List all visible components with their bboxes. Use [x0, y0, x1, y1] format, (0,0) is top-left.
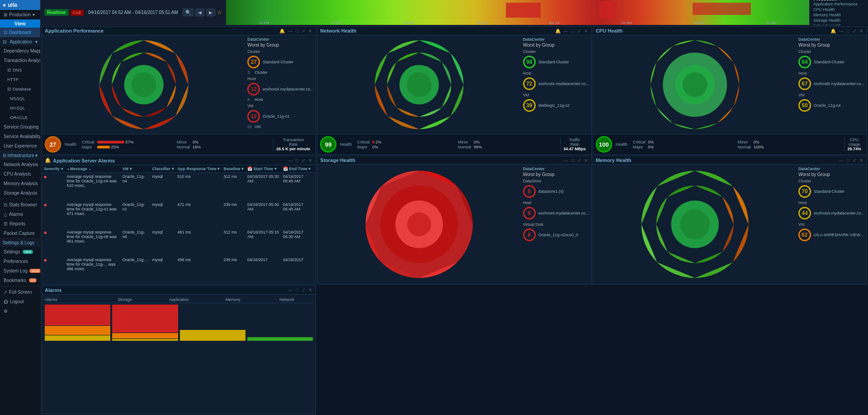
panel-alarm-btn[interactable]: 🔔: [278, 29, 286, 33]
storage-maximize-btn[interactable]: □: [571, 158, 575, 163]
cpu-minimize-btn[interactable]: —: [838, 29, 844, 33]
table-row[interactable]: ■ Average mysql response time for Oracle…: [42, 228, 316, 256]
table-row[interactable]: ■ Average mysql response time for Oracle…: [42, 173, 316, 200]
memory-close-btn[interactable]: ✕: [859, 158, 864, 163]
net-health-chart[interactable]: [317, 35, 521, 134]
forward-button[interactable]: ▶: [206, 9, 215, 16]
panel-memory-health: Memory Health — □ ⤢ ✕: [593, 156, 867, 284]
sidebar-section-settings[interactable]: Settings & Logs: [0, 238, 40, 247]
memory-fullscreen-btn[interactable]: ⤢: [852, 158, 857, 163]
panel-close-btn[interactable]: ✕: [307, 29, 313, 33]
memory-minimize-btn[interactable]: —: [838, 158, 844, 163]
sidebar-item-mssql[interactable]: MSSQL: [0, 94, 40, 103]
search-button[interactable]: 🔍: [183, 9, 193, 16]
panel-maximize-btn[interactable]: □: [295, 29, 299, 33]
legend-memory-health[interactable]: Memory Health: [813, 12, 864, 18]
sidebar-item-http[interactable]: HTTP: [0, 75, 40, 84]
col-baseline[interactable]: Baseline ▾: [222, 165, 245, 173]
logo-icon: ●: [3, 2, 6, 8]
storage-fullscreen-btn[interactable]: ⤢: [576, 158, 582, 163]
sidebar-item-storage-analysis[interactable]: Storage Analysis: [0, 188, 40, 198]
alarms-mini-maximize[interactable]: □: [295, 287, 299, 292]
alarm-table-maximize[interactable]: □: [295, 158, 299, 163]
sidebar-item-service-availability[interactable]: Service Availability: [0, 132, 40, 141]
cpu-health-chart[interactable]: [593, 35, 797, 134]
net-fullscreen-btn[interactable]: ⤢: [576, 29, 582, 33]
sidebar-item-settings[interactable]: Settings new: [0, 247, 40, 257]
col-classifier[interactable]: Classifier ▾: [151, 165, 176, 173]
table-row[interactable]: ■ Average mysql response time for Oracle…: [42, 256, 316, 284]
col-severity[interactable]: Severity ▾: [42, 165, 65, 173]
sidebar-item-dashboard[interactable]: ⊡ Dashboard: [0, 28, 40, 37]
sidebar-item-fullscreen[interactable]: ⤢ Full Screen: [0, 287, 40, 297]
sidebar-item-memory-analysis[interactable]: Memory Analysis: [0, 179, 40, 188]
sidebar-item-oracle[interactable]: ORACLE: [0, 113, 40, 122]
alarm-end: 04/16/2017 05:45 AM: [281, 200, 316, 228]
legend-app-perf[interactable]: Application Performance: [813, 1, 864, 7]
net-status-grid: Critical 2% Minor 0% Major 0% Normal 98%: [357, 140, 557, 149]
alarm-table-minimize[interactable]: —: [287, 158, 293, 163]
app-perf-chart[interactable]: [42, 35, 245, 134]
cpu-maximize-btn[interactable]: □: [846, 29, 850, 33]
panel-fullscreen-btn[interactable]: ⤢: [301, 29, 306, 33]
col-message[interactable]: ⬦ Message ▾: [65, 165, 121, 173]
alarm-table-fullscreen[interactable]: ⤢: [301, 158, 306, 163]
col-vm[interactable]: VM ▾: [121, 165, 151, 173]
sidebar-section-infrastructure[interactable]: ⊟ Infrastructure ▾: [0, 151, 40, 160]
alarms-mini-close[interactable]: ✕: [307, 287, 313, 292]
legend-cpu-health[interactable]: CPU Health: [813, 7, 864, 12]
sidebar-item-reports[interactable]: ☰ Reports: [0, 219, 40, 229]
cpu-close-btn[interactable]: ✕: [859, 29, 864, 33]
memory-health-chart[interactable]: [593, 165, 797, 284]
storage-health-chart[interactable]: [317, 165, 521, 284]
sidebar-item-stats-browser[interactable]: ⊡ Stats Browser: [0, 200, 40, 210]
alarm-bell-icon: 🔔: [45, 157, 51, 163]
sidebar-section-application[interactable]: ⊟ Application ▾: [0, 37, 40, 46]
memory-maximize-btn[interactable]: □: [846, 158, 850, 163]
cpu-fullscreen-btn[interactable]: ⤢: [852, 29, 857, 33]
panel-minimize-btn[interactable]: —: [287, 29, 293, 33]
sidebar-item-alarms[interactable]: △ Alarms: [0, 210, 40, 219]
sidebar-item-cpu-analysis[interactable]: CPU Analysis: [0, 169, 40, 179]
alarms-col-label: Alarms: [45, 297, 97, 302]
sidebar-item-dns[interactable]: ⊟ DNS: [0, 65, 40, 75]
sidebar-item-gear[interactable]: ⚙: [0, 306, 40, 316]
sidebar-item-transaction-analysis[interactable]: Transaction Analysis: [0, 56, 40, 65]
net-close-btn[interactable]: ✕: [583, 29, 589, 33]
back-button[interactable]: ◀: [195, 9, 204, 16]
alarms-mini-fullscreen[interactable]: ⤢: [301, 287, 306, 292]
storage-minimize-btn[interactable]: —: [563, 158, 569, 163]
sidebar-item-dependency-mapping[interactable]: Dependency Mapping: [0, 46, 40, 56]
alarms-mini-minimize[interactable]: —: [287, 287, 293, 292]
settings-section-label: Settings & Logs: [3, 240, 34, 245]
net-alarm-btn[interactable]: 🔔: [554, 29, 561, 33]
panel-memory-body: DataCenter Worst by Group Cluster 70 Sta…: [593, 165, 867, 284]
col-start-time[interactable]: 📅 Start Time ▾: [245, 165, 281, 173]
alarm-table-close[interactable]: ✕: [307, 158, 313, 163]
col-end-time[interactable]: 📅 End Time ▾: [281, 165, 316, 173]
legend-storage-health[interactable]: Storage Health: [813, 18, 864, 23]
alarm-classifier: mysql: [151, 200, 176, 228]
storage-close-btn[interactable]: ✕: [583, 158, 589, 163]
cpu-status-grid: Critical 0% Minor 0% Major 0% Normal 100…: [633, 140, 841, 149]
cpu-alarm-btn[interactable]: 🔔: [830, 29, 837, 33]
timeline[interactable]: 12 PM 03 PM 06 PM 09 PM Apr 16 03 AM 06 …: [226, 0, 809, 25]
table-row[interactable]: ■ Average mysql response time for Oracle…: [42, 200, 316, 228]
net-maximize-btn[interactable]: □: [571, 29, 575, 33]
col-app-response[interactable]: App Response Time ▾: [176, 165, 222, 173]
sidebar-item-packet-capture[interactable]: Packet Capture: [0, 229, 40, 238]
sidebar-item-bookmarks[interactable]: Bookmarks 13: [0, 276, 40, 285]
sidebar-item-system-log[interactable]: System Log 1000: [0, 266, 40, 276]
sidebar-item-user-experience[interactable]: User Experience: [0, 141, 40, 151]
sidebar-item-preferences[interactable]: Preferences: [0, 257, 40, 266]
net-minimize-btn[interactable]: —: [563, 29, 569, 33]
sidebar-item-service-grouping[interactable]: Service Grouping: [0, 122, 40, 132]
sidebar-item-logout[interactable]: ⏻ Logout: [0, 297, 40, 306]
alarm-baseline: 239 ms: [222, 200, 245, 228]
sidebar-item-database[interactable]: ⊟ Database: [0, 84, 40, 94]
sidebar-user[interactable]: ⊞ Production ▾: [0, 10, 40, 19]
bookmark-star[interactable]: ☆: [217, 9, 222, 16]
panel-alarm-table: 🔔 Application Server Alarms — □ ⤢ ✕ Seve…: [42, 156, 316, 284]
sidebar-item-network-analysis[interactable]: Network Analysis: [0, 160, 40, 169]
sidebar-item-mysql[interactable]: MYSQL: [0, 103, 40, 113]
